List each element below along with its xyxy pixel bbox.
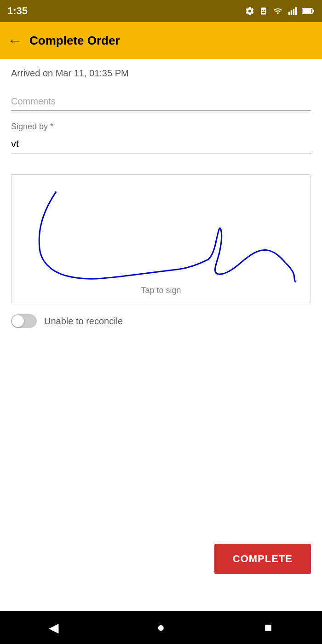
reconcile-toggle[interactable] <box>11 314 37 328</box>
app-bar-title: Complete Order <box>29 34 120 48</box>
main-content: Arrived on Mar 11, 01:35 PM Signed by * … <box>0 59 322 611</box>
nav-back-button[interactable]: ◀ <box>40 614 68 641</box>
nav-home-button[interactable]: ● <box>147 614 175 641</box>
svg-rect-7 <box>295 7 297 15</box>
svg-rect-5 <box>291 10 292 15</box>
comments-input[interactable] <box>11 92 311 111</box>
settings-icon <box>245 6 255 16</box>
signature-box[interactable]: Tap to sign <box>11 174 311 303</box>
signed-by-label: Signed by * <box>11 122 311 132</box>
arrived-text: Arrived on Mar 11, 01:35 PM <box>11 68 311 79</box>
complete-button[interactable]: COMPLETE <box>214 544 311 574</box>
svg-rect-6 <box>293 9 294 15</box>
sim-icon <box>259 6 268 16</box>
signature-drawing <box>12 175 310 303</box>
status-icons <box>245 6 315 16</box>
svg-rect-0 <box>261 8 266 15</box>
signal-icon <box>288 6 297 16</box>
app-bar: ← Complete Order <box>0 22 322 59</box>
wifi-icon <box>272 6 283 16</box>
signed-by-group: Signed by * <box>11 122 311 154</box>
status-bar: 1:35 <box>0 0 322 22</box>
nav-recent-button[interactable]: ■ <box>254 614 282 641</box>
reconcile-label: Unable to reconcile <box>44 316 123 327</box>
battery-icon <box>302 7 315 15</box>
toggle-knob <box>12 315 24 327</box>
svg-rect-4 <box>288 12 290 15</box>
nav-bar: ◀ ● ■ <box>0 611 322 644</box>
svg-rect-1 <box>262 10 263 11</box>
comments-group <box>11 92 311 111</box>
reconcile-row: Unable to reconcile <box>11 314 311 328</box>
svg-rect-9 <box>302 9 311 13</box>
tap-to-sign-label: Tap to sign <box>141 286 181 295</box>
status-time: 1:35 <box>7 5 28 17</box>
signed-by-input[interactable] <box>11 134 311 154</box>
svg-rect-2 <box>264 10 265 11</box>
svg-rect-10 <box>313 10 314 12</box>
svg-rect-3 <box>262 12 265 13</box>
back-button[interactable]: ← <box>7 33 22 48</box>
